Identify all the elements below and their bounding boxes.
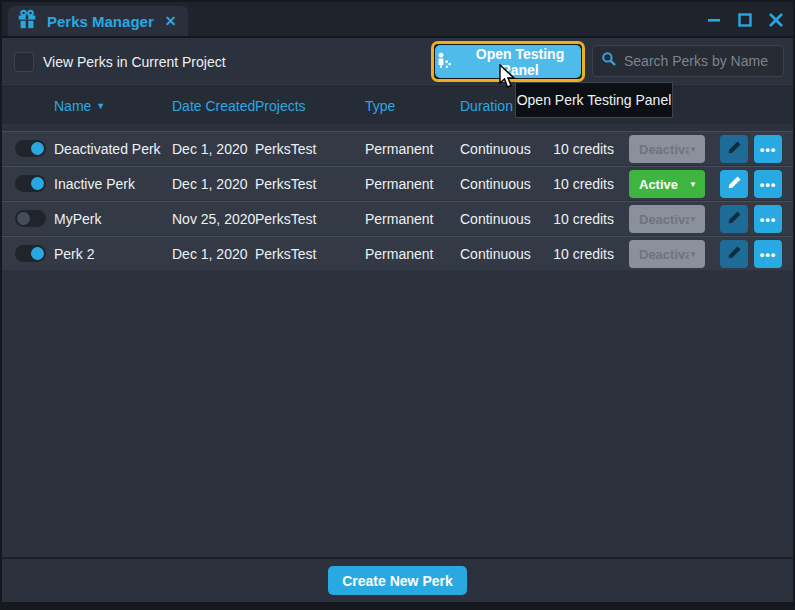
column-header-projects[interactable]: Projects <box>255 98 306 114</box>
perk-name: Perk 2 <box>54 246 94 262</box>
open-testing-panel-label: Open Testing Panel <box>459 46 581 78</box>
search-icon <box>601 51 617 71</box>
perk-date-created: Dec 1, 2020 <box>172 141 248 157</box>
more-options-button[interactable]: ••• <box>754 205 782 233</box>
chevron-down-icon: ▼ <box>689 215 697 224</box>
perk-duration: Continuous <box>460 176 531 192</box>
search-box[interactable] <box>592 45 784 77</box>
table-header: Name▼ Date Created Projects Type Duratio… <box>2 86 793 124</box>
pencil-icon <box>727 140 742 158</box>
toggle-knob <box>17 212 30 225</box>
table-row: Inactive Perk Dec 1, 2020 PerksTest Perm… <box>2 166 793 200</box>
perk-type: Permanent <box>365 246 433 262</box>
view-perks-label: View Perks in Current Project <box>43 54 226 70</box>
chevron-down-icon: ▼ <box>689 180 697 189</box>
column-header-type[interactable]: Type <box>365 98 395 114</box>
chevron-down-icon: ▼ <box>689 145 697 154</box>
maximize-button[interactable] <box>737 13 752 28</box>
status-label: Deactiva <box>639 212 689 227</box>
perk-type: Permanent <box>365 176 433 192</box>
status-dropdown[interactable]: Active ▼ <box>629 170 705 198</box>
testing-person-icon <box>435 52 452 72</box>
edit-perk-button[interactable] <box>720 170 748 198</box>
ellipsis-icon: ••• <box>760 177 777 192</box>
tab-close-icon[interactable]: ✕ <box>163 12 179 30</box>
perk-name: Inactive Perk <box>54 176 135 192</box>
edit-perk-button[interactable] <box>720 240 748 268</box>
edit-perk-button[interactable] <box>720 205 748 233</box>
toggle-knob <box>31 247 44 260</box>
column-header-date-created[interactable]: Date Created <box>172 98 255 114</box>
perk-enabled-toggle[interactable] <box>15 210 46 227</box>
footer: Create New Perk <box>2 557 793 602</box>
perk-project: PerksTest <box>255 141 316 157</box>
toggle-knob <box>31 142 44 155</box>
table-row: MyPerk Nov 25, 2020 PerksTest Permanent … <box>2 201 793 235</box>
window-controls <box>706 2 783 38</box>
toggle-knob <box>31 177 44 190</box>
pencil-icon <box>727 245 742 263</box>
more-options-button[interactable]: ••• <box>754 135 782 163</box>
pencil-icon <box>727 175 742 193</box>
table-row: Perk 2 Dec 1, 2020 PerksTest Permanent C… <box>2 236 793 270</box>
perk-cost: 10 credits <box>542 211 614 227</box>
perk-type: Permanent <box>365 211 433 227</box>
perk-duration: Continuous <box>460 211 531 227</box>
view-perks-checkbox[interactable] <box>14 52 34 72</box>
perk-duration: Continuous <box>460 246 531 262</box>
status-label: Deactiva <box>639 247 689 262</box>
table-row: Deactivated Perk Dec 1, 2020 PerksTest P… <box>2 131 793 165</box>
search-input[interactable] <box>624 53 775 69</box>
perk-cost: 10 credits <box>542 141 614 157</box>
perk-enabled-toggle[interactable] <box>15 140 46 157</box>
perk-type: Permanent <box>365 141 433 157</box>
perk-cost: 10 credits <box>542 176 614 192</box>
tooltip: Open Perk Testing Panel <box>515 82 673 118</box>
pencil-icon <box>727 210 742 228</box>
mouse-cursor <box>498 64 517 94</box>
perk-project: PerksTest <box>255 246 316 262</box>
more-options-button[interactable]: ••• <box>754 240 782 268</box>
tab-bar: Perks Manager ✕ <box>2 2 793 38</box>
gift-icon <box>16 8 38 34</box>
perk-date-created: Nov 25, 2020 <box>172 211 255 227</box>
perk-enabled-toggle[interactable] <box>15 175 46 192</box>
column-header-name[interactable]: Name▼ <box>54 98 105 114</box>
perk-date-created: Dec 1, 2020 <box>172 246 248 262</box>
ellipsis-icon: ••• <box>760 247 777 262</box>
perks-table-body: Deactivated Perk Dec 1, 2020 PerksTest P… <box>2 124 793 557</box>
status-dropdown[interactable]: Deactiva ▼ <box>629 205 705 233</box>
perk-project: PerksTest <box>255 176 316 192</box>
edit-perk-button[interactable] <box>720 135 748 163</box>
status-label: Deactiva <box>639 142 689 157</box>
column-header-duration[interactable]: Duration <box>460 98 513 114</box>
status-dropdown[interactable]: Deactiva ▼ <box>629 240 705 268</box>
perk-date-created: Dec 1, 2020 <box>172 176 248 192</box>
more-options-button[interactable]: ••• <box>754 170 782 198</box>
toolbar: View Perks in Current Project Open Testi… <box>2 38 793 86</box>
perk-project: PerksTest <box>255 211 316 227</box>
perk-name: Deactivated Perk <box>54 141 161 157</box>
tab-title: Perks Manager <box>47 13 154 30</box>
ellipsis-icon: ••• <box>760 212 777 227</box>
create-new-perk-button[interactable]: Create New Perk <box>328 566 467 595</box>
perk-name: MyPerk <box>54 211 101 227</box>
status-dropdown[interactable]: Deactiva ▼ <box>629 135 705 163</box>
chevron-down-icon: ▼ <box>689 250 697 259</box>
tab-perks-manager[interactable]: Perks Manager ✕ <box>8 6 188 36</box>
perk-duration: Continuous <box>460 141 531 157</box>
perks-manager-window: Perks Manager ✕ View Perks in Current Pr… <box>2 2 793 602</box>
status-label: Active <box>639 177 678 192</box>
perk-enabled-toggle[interactable] <box>15 245 46 262</box>
close-button[interactable] <box>768 13 783 28</box>
ellipsis-icon: ••• <box>760 142 777 157</box>
perk-cost: 10 credits <box>542 246 614 262</box>
minimize-button[interactable] <box>706 13 721 28</box>
sort-caret-icon: ▼ <box>96 101 105 111</box>
